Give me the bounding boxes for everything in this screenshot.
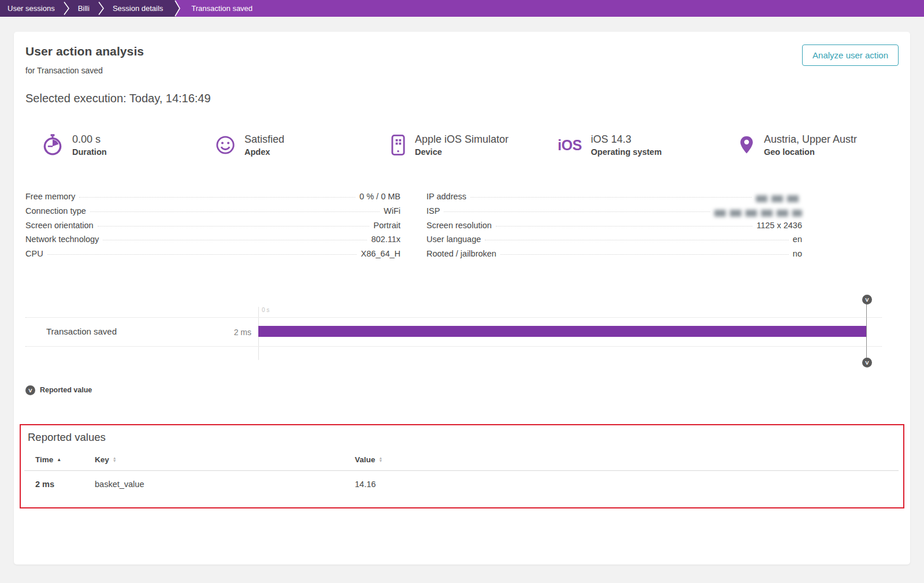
table-header-row: Time ▲ Key ▲▼ Value ▲▼ (24, 455, 899, 470)
row-divider (25, 346, 882, 347)
dotted-leader (90, 211, 380, 212)
property-row: Rooted / jailbroken no (426, 249, 802, 263)
analyze-user-action-button[interactable]: Analyze user action (802, 44, 899, 66)
duration-value: 0.00 s (72, 132, 107, 146)
timeline-row-duration: 2 ms (194, 328, 251, 337)
stopwatch-icon (42, 133, 63, 157)
device-value: Apple iOS Simulator (415, 132, 509, 146)
dotted-leader (98, 226, 370, 226)
breadcrumb-label: Session details (113, 4, 163, 13)
reported-value-marker-icon[interactable]: V (862, 358, 872, 367)
breadcrumb-item-current: Transaction saved (181, 0, 260, 17)
dotted-leader (444, 211, 710, 212)
property-label: User language (426, 235, 481, 244)
breadcrumb-item-user-sessions[interactable]: User sessions (0, 0, 62, 17)
stat-device: Apple iOS Simulator Device (391, 132, 509, 158)
property-row: Screen orientation Portrait (25, 221, 400, 235)
properties-left-column: Free memory 0 % / 0 MB Connection type W… (25, 192, 400, 263)
property-value: Portrait (373, 221, 400, 230)
column-header-time[interactable]: Time ▲ (35, 455, 95, 464)
timeline-bar[interactable] (258, 326, 867, 337)
axis-tick-label: 0 s (262, 307, 269, 313)
chevron-right-icon (170, 0, 181, 17)
breadcrumb: User sessions Billi Session details Tran… (0, 0, 924, 17)
property-label: Rooted / jailbroken (426, 249, 496, 258)
page-title: User action analysis (25, 44, 144, 58)
os-value: iOS 14.3 (591, 132, 662, 146)
column-header-key[interactable]: Key ▲▼ (95, 455, 355, 464)
property-row: ISP (426, 206, 802, 221)
property-row: Network technology 802.11x (25, 235, 400, 249)
property-value: no (793, 249, 802, 258)
stat-duration: 0.00 s Duration (42, 132, 107, 158)
ios-logo: iOS (558, 137, 582, 154)
user-action-analysis-card: User action analysis for Transaction sav… (14, 32, 910, 565)
cell-time: 2 ms (35, 480, 95, 489)
waterfall-timeline: 0 s Transaction saved 2 ms V V (25, 292, 899, 370)
stat-geo-location: Austria, Upper Austr Geo location (739, 132, 910, 158)
geo-label: Geo location (764, 146, 910, 158)
property-label: Screen orientation (25, 221, 94, 230)
reported-values-title: Reported values (24, 431, 899, 444)
apdex-value: Satisfied (244, 132, 284, 146)
stats-row: 0.00 s Duration Satisfied Apdex (25, 132, 899, 169)
chevron-right-icon (62, 0, 70, 17)
property-value: 802.11x (371, 235, 400, 244)
property-value: 1125 x 2436 (756, 221, 802, 230)
column-label: Value (355, 455, 375, 464)
property-label: Free memory (25, 192, 75, 201)
sort-both-icon: ▲▼ (113, 456, 117, 462)
property-row: Free memory 0 % / 0 MB (25, 192, 400, 206)
breadcrumb-item-session-details[interactable]: Session details (105, 0, 170, 17)
column-label: Time (35, 455, 53, 464)
stat-text: 0.00 s Duration (72, 132, 107, 158)
mobile-phone-icon (391, 134, 406, 156)
reported-value-connector-line (866, 300, 867, 363)
cell-key: basket_value (95, 480, 355, 489)
property-value: 0 % / 0 MB (359, 192, 400, 201)
property-value: en (793, 235, 802, 244)
properties-right-column: IP address ISP Screen resolution 1125 x … (426, 192, 802, 263)
redacted-value (714, 210, 802, 217)
breadcrumb-item-billi[interactable]: Billi (70, 0, 97, 17)
property-label: IP address (426, 192, 466, 201)
property-label: Connection type (25, 206, 86, 216)
stat-apdex: Satisfied Apdex (216, 132, 284, 158)
reported-value-marker-icon[interactable]: V (862, 295, 872, 305)
device-label: Device (415, 146, 509, 158)
dotted-leader (103, 240, 367, 240)
property-value: X86_64_H (361, 249, 400, 258)
column-header-value[interactable]: Value ▲▼ (355, 455, 899, 464)
geo-value: Austria, Upper Austr (764, 132, 910, 146)
stat-os: iOS iOS 14.3 Operating system (558, 132, 662, 158)
dotted-leader (496, 226, 752, 226)
row-divider (25, 317, 882, 318)
property-row: User language en (426, 235, 802, 249)
reported-values-table: Time ▲ Key ▲▼ Value ▲▼ 2 ms basket_value… (24, 455, 899, 496)
property-row: IP address (426, 192, 802, 206)
timeline-row-label: Transaction saved (46, 326, 117, 336)
property-label: Network technology (25, 235, 99, 244)
property-label: Screen resolution (426, 221, 492, 230)
duration-label: Duration (72, 146, 107, 158)
chart-legend: V Reported value (25, 385, 899, 395)
apdex-label: Apdex (244, 146, 284, 158)
cell-value: 14.16 (355, 480, 899, 489)
table-row: 2 ms basket_value 14.16 (24, 471, 899, 496)
stat-text: Austria, Upper Austr Geo location (764, 132, 910, 158)
stat-text: Apple iOS Simulator Device (415, 132, 509, 158)
property-value: WiFi (384, 206, 400, 216)
sort-both-icon: ▲▼ (378, 456, 383, 462)
smiley-icon (216, 135, 235, 155)
property-label: ISP (426, 206, 440, 216)
sort-ascending-icon: ▲ (57, 457, 61, 462)
title-block: User action analysis for Transaction sav… (25, 44, 144, 75)
dotted-leader (470, 197, 752, 198)
property-row: Screen resolution 1125 x 2436 (426, 221, 802, 235)
breadcrumb-label: User sessions (8, 4, 55, 13)
property-row: Connection type WiFi (25, 206, 400, 221)
card-header: User action analysis for Transaction sav… (25, 44, 899, 75)
breadcrumb-current-label: Transaction saved (191, 4, 253, 13)
properties-section: Free memory 0 % / 0 MB Connection type W… (25, 192, 899, 263)
stat-text: iOS 14.3 Operating system (591, 132, 662, 158)
